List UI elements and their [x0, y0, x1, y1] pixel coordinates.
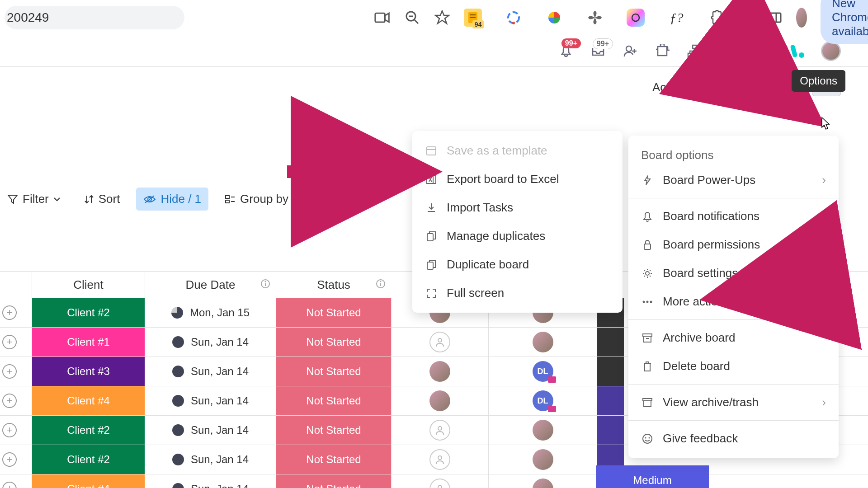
status-cell[interactable]: Not Started: [276, 386, 391, 415]
user-avatar[interactable]: [821, 41, 841, 61]
row-add[interactable]: +: [0, 386, 32, 415]
date-cell[interactable]: Sun, Jan 14: [145, 474, 276, 488]
activity-label[interactable]: Activity: [652, 80, 689, 94]
people-cell-2[interactable]: [488, 474, 597, 488]
svg-point-53: [646, 300, 649, 303]
template-icon: [425, 146, 438, 156]
svg-rect-16: [688, 53, 692, 56]
downloads-icon[interactable]: [740, 9, 755, 26]
status-cell[interactable]: Not Started: [276, 328, 391, 357]
more-actions-submenu: Save as a template Export board to Excel…: [412, 131, 623, 313]
people-cell[interactable]: [391, 445, 488, 474]
svg-point-39: [380, 281, 382, 282]
people-cell-2[interactable]: [488, 416, 597, 445]
svg-rect-50: [644, 244, 651, 249]
star-icon[interactable]: [434, 9, 450, 26]
table-row[interactable]: +Client #4Sun, Jan 14Not Started: [0, 474, 868, 488]
status-cell[interactable]: Not Started: [276, 416, 391, 445]
row-add[interactable]: +: [0, 416, 32, 445]
people-cell-2[interactable]: [488, 445, 597, 474]
notifications-icon[interactable]: 99+: [558, 43, 574, 59]
th-due-date[interactable]: Due Date: [145, 272, 276, 298]
people-cell-2[interactable]: [488, 328, 597, 357]
menu-archive[interactable]: Archive board: [628, 324, 839, 352]
svg-point-8: [512, 22, 515, 24]
th-status[interactable]: Status: [276, 272, 391, 298]
client-cell[interactable]: Client #2: [32, 416, 145, 445]
extension-notes-icon[interactable]: 94: [464, 9, 482, 27]
video-icon[interactable]: [374, 9, 391, 26]
menu-powerups[interactable]: Board Power-Ups›: [628, 166, 839, 194]
row-add[interactable]: +: [0, 298, 32, 327]
chrome-update-pill[interactable]: New Chrome available: [821, 0, 868, 44]
date-cell[interactable]: Mon, Jan 15: [145, 298, 276, 327]
client-cell[interactable]: Client #4: [32, 474, 145, 488]
status-cell[interactable]: Not Started: [276, 298, 391, 327]
client-cell[interactable]: Client #4: [32, 386, 145, 415]
people-cell[interactable]: [391, 386, 488, 415]
extension-photos-icon[interactable]: [545, 9, 563, 27]
profile-avatar[interactable]: [796, 8, 807, 28]
extension-puzzle-icon[interactable]: [708, 9, 726, 27]
row-add[interactable]: +: [0, 445, 32, 474]
menu-feedback[interactable]: Give feedback: [628, 424, 839, 453]
status-cell[interactable]: Not Started: [276, 445, 391, 474]
people-cell[interactable]: [391, 357, 488, 386]
hide-button[interactable]: Hide / 1: [136, 188, 208, 211]
date-cell[interactable]: Sun, Jan 14: [145, 328, 276, 357]
people-cell[interactable]: [391, 328, 488, 357]
date-cell[interactable]: Sun, Jan 14: [145, 386, 276, 415]
url-bar[interactable]: 200249: [5, 6, 184, 29]
menu-separator: [628, 384, 839, 385]
people-cell[interactable]: [391, 416, 488, 445]
menu-manage-duplicates[interactable]: Manage duplicates: [412, 222, 623, 250]
extension-camera-icon[interactable]: [627, 9, 645, 27]
color-cell[interactable]: [597, 416, 624, 445]
group-icon: [225, 195, 236, 204]
row-add[interactable]: +: [0, 328, 32, 357]
people-cell[interactable]: [391, 474, 488, 488]
status-cell[interactable]: Not Started: [276, 357, 391, 386]
menu-notifications[interactable]: Board notifications: [628, 202, 839, 230]
fullscreen-icon: [425, 288, 438, 299]
people-cell-2[interactable]: DL: [488, 386, 597, 415]
color-cell[interactable]: [597, 386, 624, 415]
chevron-right-icon: ›: [822, 173, 826, 187]
people-cell-2[interactable]: DL: [488, 357, 597, 386]
extension-function-icon[interactable]: ƒ?: [667, 9, 685, 27]
menu-delete[interactable]: Delete board: [628, 352, 839, 380]
client-cell[interactable]: Client #1: [32, 328, 145, 357]
menu-import-tasks[interactable]: Import Tasks: [412, 193, 623, 222]
menu-view-archive[interactable]: View archive/trash›: [628, 388, 839, 417]
date-cell[interactable]: Sun, Jan 14: [145, 416, 276, 445]
extension-pinwheel-icon[interactable]: [586, 9, 604, 27]
info-icon[interactable]: [260, 278, 270, 292]
th-client[interactable]: Client: [32, 272, 145, 298]
menu-duplicate-board[interactable]: Duplicate board: [412, 250, 623, 279]
inbox-icon[interactable]: 99+: [590, 43, 606, 59]
zoom-icon[interactable]: [404, 9, 420, 26]
info-icon[interactable]: [376, 278, 386, 292]
client-cell[interactable]: Client #2: [32, 298, 145, 327]
color-cell[interactable]: [597, 328, 624, 357]
apps-icon[interactable]: [654, 43, 670, 59]
sidepanel-icon[interactable]: [768, 9, 783, 26]
priority-cell[interactable]: Medium: [596, 465, 709, 488]
client-cell[interactable]: Client #3: [32, 357, 145, 386]
date-cell[interactable]: Sun, Jan 14: [145, 445, 276, 474]
row-add[interactable]: +: [0, 357, 32, 386]
hierarchy-icon[interactable]: [686, 43, 703, 59]
client-cell[interactable]: Client #2: [32, 445, 145, 474]
sort-button[interactable]: Sort: [77, 188, 127, 211]
menu-full-screen[interactable]: Full screen: [412, 279, 623, 307]
color-cell[interactable]: [597, 357, 624, 386]
arrow-annotation: [728, 253, 863, 318]
svg-point-40: [438, 338, 442, 342]
menu-export-excel[interactable]: Export board to Excel: [412, 165, 623, 193]
date-cell[interactable]: Sun, Jan 14: [145, 357, 276, 386]
invite-members-icon[interactable]: [622, 43, 638, 59]
filter-button[interactable]: Filter: [0, 188, 68, 211]
status-cell[interactable]: Not Started: [276, 474, 391, 488]
row-add[interactable]: +: [0, 474, 32, 488]
extension-spinner-icon[interactable]: [505, 9, 523, 27]
